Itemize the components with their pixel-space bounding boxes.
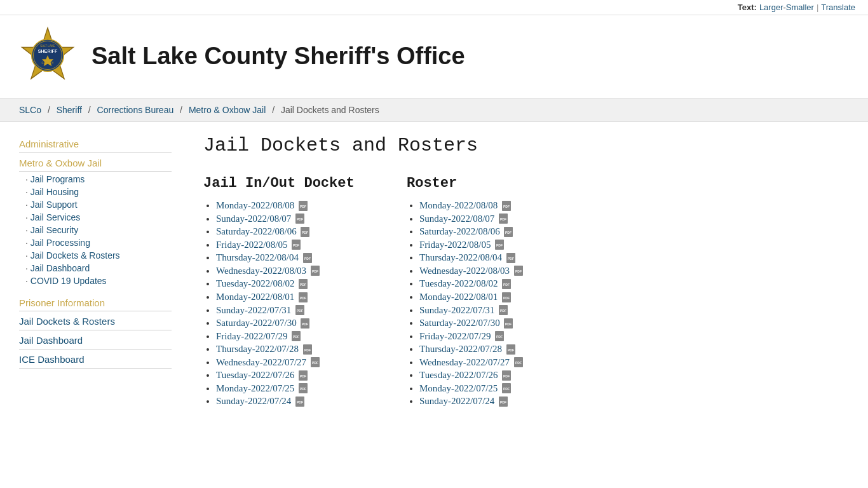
roster-link-tue-0726[interactable]: Tuesday-2022/07/26 PDF bbox=[419, 370, 511, 380]
pdf-icon: PDF bbox=[499, 214, 508, 224]
pipe-sep: | bbox=[817, 3, 818, 12]
breadcrumb-metro[interactable]: Metro & Oxbow Jail bbox=[189, 105, 266, 115]
text-larger-link[interactable]: Larger bbox=[759, 3, 783, 12]
svg-text:PDF: PDF bbox=[503, 374, 510, 378]
svg-text:PDF: PDF bbox=[297, 400, 303, 404]
breadcrumb-sheriff[interactable]: Sheriff bbox=[57, 105, 82, 115]
svg-text:PDF: PDF bbox=[300, 205, 306, 208]
docket-link-fri-0729[interactable]: Friday-2022/07/29 PDF bbox=[216, 331, 301, 341]
list-item: Sunday-2022/07/31 PDF bbox=[216, 305, 369, 316]
pdf-icon: PDF bbox=[502, 201, 511, 211]
svg-text:SALT LAKE: SALT LAKE bbox=[40, 44, 55, 48]
sidebar-item-jail-dockets-rosters[interactable]: Jail Dockets & Rosters bbox=[19, 313, 172, 330]
svg-text:PDF: PDF bbox=[300, 296, 306, 300]
docket-link-mon-0725[interactable]: Monday-2022/07/25 PDF bbox=[216, 383, 308, 393]
sidebar-item-jail-security[interactable]: Jail Security bbox=[19, 224, 172, 236]
docket-link-sat-0806[interactable]: Saturday-2022/08/06 PDF bbox=[216, 226, 309, 236]
sidebar-item-ice-dashboard[interactable]: ICE Dashboard bbox=[19, 351, 172, 369]
list-item: Thursday-2022/08/04 PDF bbox=[419, 252, 572, 264]
list-item: Wednesday-2022/07/27 PDF bbox=[419, 357, 572, 369]
roster-link-fri-0729[interactable]: Friday-2022/07/29 PDF bbox=[419, 331, 504, 341]
docket-link-tue-0802[interactable]: Tuesday-2022/08/02 PDF bbox=[216, 278, 308, 288]
pdf-icon: PDF bbox=[292, 240, 301, 250]
sidebar-item-jail-processing[interactable]: Jail Processing bbox=[19, 236, 172, 249]
docket-col1-title: Jail In/Out Docket bbox=[203, 175, 369, 191]
docket-link-sun-0807[interactable]: Sunday-2022/08/07 PDF bbox=[216, 214, 304, 224]
sidebar-item-covid[interactable]: COVID 19 Updates bbox=[19, 274, 172, 287]
svg-text:PDF: PDF bbox=[500, 217, 506, 221]
pdf-icon: PDF bbox=[295, 305, 304, 315]
sidebar-item-jail-housing[interactable]: Jail Housing bbox=[19, 186, 172, 198]
translate-link[interactable]: Translate bbox=[821, 3, 855, 12]
svg-text:PDF: PDF bbox=[293, 335, 299, 339]
text-smaller-link[interactable]: Smaller bbox=[786, 3, 814, 12]
docket-col-inout: Jail In/Out Docket Monday-2022/08/08 PDF… bbox=[203, 175, 369, 409]
roster-link-sat-0806[interactable]: Saturday-2022/08/06 PDF bbox=[419, 226, 513, 236]
docket-link-fri-0805[interactable]: Friday-2022/08/05 PDF bbox=[216, 240, 301, 250]
pdf-icon: PDF bbox=[301, 318, 309, 329]
list-item: Thursday-2022/07/28 PDF bbox=[419, 344, 572, 355]
sidebar-item-jail-dashboard[interactable]: Jail Dashboard bbox=[19, 332, 172, 349]
svg-text:PDF: PDF bbox=[508, 257, 514, 261]
roster-link-mon-0808[interactable]: Monday-2022/08/08 PDF bbox=[419, 200, 511, 210]
site-title: Salt Lake County Sheriff's Office bbox=[92, 43, 465, 70]
breadcrumb-sep-2: / bbox=[88, 105, 93, 115]
svg-text:PDF: PDF bbox=[300, 283, 306, 287]
roster-link-sun-0724[interactable]: Sunday-2022/07/24 PDF bbox=[419, 396, 508, 406]
breadcrumb-corrections[interactable]: Corrections Bureau bbox=[97, 105, 174, 115]
svg-text:PDF: PDF bbox=[500, 309, 506, 313]
docket-link-sun-0731[interactable]: Sunday-2022/07/31 PDF bbox=[216, 305, 304, 315]
docket-link-thu-0804[interactable]: Thursday-2022/08/04 PDF bbox=[216, 252, 312, 262]
main-container: Administrative Metro & Oxbow Jail Jail P… bbox=[0, 122, 868, 422]
svg-text:PDF: PDF bbox=[505, 322, 512, 326]
sidebar-item-jail-dockets[interactable]: Jail Dockets & Rosters bbox=[19, 249, 172, 262]
svg-text:PDF: PDF bbox=[297, 217, 303, 221]
docket-link-tue-0726[interactable]: Tuesday-2022/07/26 PDF bbox=[216, 370, 308, 380]
roster-link-mon-0725[interactable]: Monday-2022/07/25 PDF bbox=[419, 383, 511, 393]
docket-link-wed-0727[interactable]: Wednesday-2022/07/27 PDF bbox=[216, 357, 320, 367]
roster-link-thu-0804[interactable]: Thursday-2022/08/04 PDF bbox=[419, 252, 515, 262]
pdf-icon: PDF bbox=[502, 383, 511, 393]
roster-link-wed-0727[interactable]: Wednesday-2022/07/27 PDF bbox=[419, 357, 523, 367]
pdf-icon: PDF bbox=[502, 292, 511, 302]
pdf-icon: PDF bbox=[303, 253, 312, 263]
roster-link-wed-0803[interactable]: Wednesday-2022/08/03 PDF bbox=[419, 266, 523, 276]
roster-link-sun-0731[interactable]: Sunday-2022/07/31 PDF bbox=[419, 305, 508, 315]
sidebar-item-jail-dashboard-sub[interactable]: Jail Dashboard bbox=[19, 262, 172, 274]
docket-link-sun-0724[interactable]: Sunday-2022/07/24 PDF bbox=[216, 396, 304, 406]
list-item: Tuesday-2022/07/26 PDF bbox=[419, 370, 572, 381]
list-item: Monday-2022/08/01 PDF bbox=[419, 292, 572, 303]
roster-link-mon-0801[interactable]: Monday-2022/08/01 PDF bbox=[419, 292, 511, 302]
svg-text:PDF: PDF bbox=[505, 231, 512, 234]
svg-text:PDF: PDF bbox=[503, 387, 510, 391]
sidebar-item-jail-programs[interactable]: Jail Programs bbox=[19, 173, 172, 186]
pdf-icon: PDF bbox=[299, 279, 308, 289]
docket-link-thu-0728[interactable]: Thursday-2022/07/28 PDF bbox=[216, 344, 312, 354]
list-item: Monday-2022/08/08 PDF bbox=[419, 200, 572, 212]
svg-text:PDF: PDF bbox=[503, 296, 510, 300]
svg-text:PDF: PDF bbox=[312, 269, 318, 273]
roster-link-sat-0730[interactable]: Saturday-2022/07/30 PDF bbox=[419, 318, 513, 328]
sidebar-item-jail-support[interactable]: Jail Support bbox=[19, 198, 172, 211]
roster-link-fri-0805[interactable]: Friday-2022/08/05 PDF bbox=[419, 240, 504, 250]
roster-link-tue-0802[interactable]: Tuesday-2022/08/02 PDF bbox=[419, 278, 511, 288]
roster-link-sun-0807[interactable]: Sunday-2022/08/07 PDF bbox=[419, 214, 508, 224]
breadcrumb-sep-4: / bbox=[272, 105, 277, 115]
svg-text:SHERIFF: SHERIFF bbox=[38, 48, 58, 54]
pdf-icon: PDF bbox=[303, 344, 312, 355]
breadcrumb-sep-3: / bbox=[180, 105, 185, 115]
sidebar-item-jail-services[interactable]: Jail Services bbox=[19, 211, 172, 224]
docket-link-mon-0801[interactable]: Monday-2022/08/01 PDF bbox=[216, 292, 308, 302]
pdf-icon: PDF bbox=[504, 227, 513, 237]
docket-link-wed-0803[interactable]: Wednesday-2022/08/03 PDF bbox=[216, 266, 320, 276]
roster-link-thu-0728[interactable]: Thursday-2022/07/28 PDF bbox=[419, 344, 515, 354]
docket-link-sat-0730[interactable]: Saturday-2022/07/30 PDF bbox=[216, 318, 309, 328]
sidebar-section-metro[interactable]: Metro & Oxbow Jail bbox=[19, 154, 172, 172]
pdf-icon: PDF bbox=[295, 396, 304, 407]
docket-link-mon-0808[interactable]: Monday-2022/08/08 PDF bbox=[216, 200, 308, 210]
svg-text:PDF: PDF bbox=[312, 361, 318, 365]
list-item: Sunday-2022/08/07 PDF bbox=[419, 214, 572, 225]
breadcrumb-slco[interactable]: SLCo bbox=[19, 105, 41, 115]
svg-text:PDF: PDF bbox=[515, 361, 522, 365]
breadcrumb-current: Jail Dockets and Rosters bbox=[281, 105, 379, 115]
